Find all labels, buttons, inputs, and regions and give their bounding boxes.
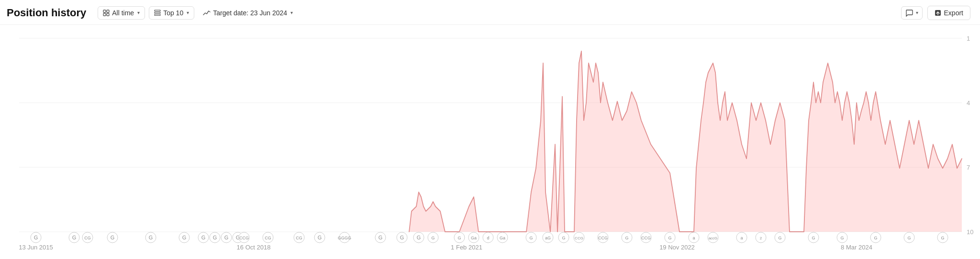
marker-group-mid: CCG CG CG G GGGG G <box>239 232 386 243</box>
svg-text:a: a <box>740 236 743 240</box>
comment-icon <box>905 9 913 17</box>
svg-text:G: G <box>562 236 565 240</box>
list-icon <box>154 10 161 16</box>
svg-text:G: G <box>213 235 217 240</box>
svg-text:G: G <box>182 235 187 240</box>
svg-text:CG: CG <box>296 236 302 240</box>
chevron-down-icon: ▾ <box>137 10 140 15</box>
y-label-4: 4 <box>967 99 970 107</box>
svg-text:G: G <box>457 236 461 240</box>
x-label-2024: 8 Mar 2024 <box>841 244 872 251</box>
svg-text:GGGG: GGGG <box>338 236 351 240</box>
svg-text:G: G <box>111 235 115 240</box>
svg-rect-0 <box>103 10 106 12</box>
chevron-down-icon-3: ▾ <box>290 10 293 15</box>
svg-text:G: G <box>417 235 421 240</box>
x-label-2021: 1 Feb 2021 <box>451 244 482 251</box>
export-button[interactable]: Export <box>927 6 970 20</box>
svg-text:CCG: CCG <box>575 236 583 240</box>
export-icon <box>935 10 941 16</box>
all-time-filter[interactable]: All time ▾ <box>98 6 145 20</box>
svg-text:G: G <box>529 236 533 240</box>
svg-text:G: G <box>907 236 911 240</box>
top-10-filter[interactable]: Top 10 ▾ <box>149 6 194 20</box>
svg-rect-3 <box>107 13 109 16</box>
comment-button[interactable]: ▾ <box>901 6 923 20</box>
svg-text:Ga: Ga <box>500 236 505 240</box>
svg-text:G: G <box>34 235 38 240</box>
svg-text:d: d <box>487 236 489 240</box>
svg-text:a: a <box>692 236 695 240</box>
x-label-2018: 16 Oct 2018 <box>237 244 271 251</box>
svg-rect-5 <box>155 12 160 13</box>
svg-text:G: G <box>668 236 671 240</box>
chevron-down-icon-2: ▾ <box>187 10 189 15</box>
svg-rect-4 <box>155 10 160 11</box>
trend-icon <box>203 10 211 16</box>
svg-text:G: G <box>72 235 77 240</box>
marker-group-left: G G CG G G G G G <box>31 232 243 243</box>
svg-text:aG: aG <box>545 236 551 240</box>
svg-text:G: G <box>201 235 206 240</box>
svg-text:CG: CG <box>84 236 91 240</box>
svg-text:G: G <box>149 235 153 240</box>
svg-text:G: G <box>431 236 434 240</box>
all-time-label: All time <box>112 9 134 17</box>
marker-group-2022: G aG G CCG CCG G CCG G <box>526 232 675 243</box>
svg-text:G: G <box>379 235 383 240</box>
chart-area: 1 4 7 10 13 Jun 2015 16 Oct 2018 1 Feb 2… <box>0 25 980 259</box>
y-label-1: 1 <box>967 35 970 42</box>
page-container: Position history All time ▾ Top 10 ▾ <box>0 0 980 259</box>
y-label-7: 7 <box>967 164 970 171</box>
svg-text:G: G <box>625 236 628 240</box>
svg-rect-6 <box>155 14 160 16</box>
svg-text:G: G <box>778 236 781 240</box>
export-label: Export <box>944 9 963 17</box>
grid-icon <box>103 10 110 16</box>
svg-text:G: G <box>224 235 229 240</box>
svg-text:Ga: Ga <box>471 236 477 240</box>
svg-rect-1 <box>107 10 109 12</box>
x-label-2015: 13 Jun 2015 <box>19 244 53 251</box>
marker-group-2021: G G G G Ga d Ga <box>397 232 508 243</box>
position-history-chart: 1 4 7 10 13 Jun 2015 16 Oct 2018 1 Feb 2… <box>0 25 980 259</box>
chevron-down-icon-4: ▾ <box>916 10 918 15</box>
svg-text:G: G <box>400 235 404 240</box>
svg-rect-2 <box>103 13 106 16</box>
svg-text:G: G <box>840 236 844 240</box>
svg-text:G: G <box>812 236 815 240</box>
marker-group-2024: a accG a 2 G G G G G G <box>689 232 948 243</box>
svg-text:CG: CG <box>265 236 271 240</box>
page-title: Position history <box>7 7 86 19</box>
svg-text:2: 2 <box>760 236 762 240</box>
svg-text:G: G <box>318 235 322 240</box>
svg-text:accG: accG <box>709 236 718 240</box>
chart-fill-area <box>409 51 962 232</box>
target-date-filter[interactable]: Target date: 23 Jun 2024 ▾ <box>198 7 298 19</box>
y-label-10: 10 <box>967 228 973 236</box>
svg-text:CCG: CCG <box>641 236 651 240</box>
x-label-2022: 19 Nov 2022 <box>659 244 695 251</box>
svg-text:CCG: CCG <box>239 236 249 240</box>
svg-text:CCG: CCG <box>598 236 608 240</box>
svg-text:G: G <box>941 236 944 240</box>
svg-text:G: G <box>874 236 877 240</box>
right-controls: ▾ Export <box>901 6 970 20</box>
toolbar: Position history All time ▾ Top 10 ▾ <box>0 0 980 25</box>
target-date-label: Target date: 23 Jun 2024 <box>213 9 287 17</box>
top-10-label: Top 10 <box>163 9 183 17</box>
